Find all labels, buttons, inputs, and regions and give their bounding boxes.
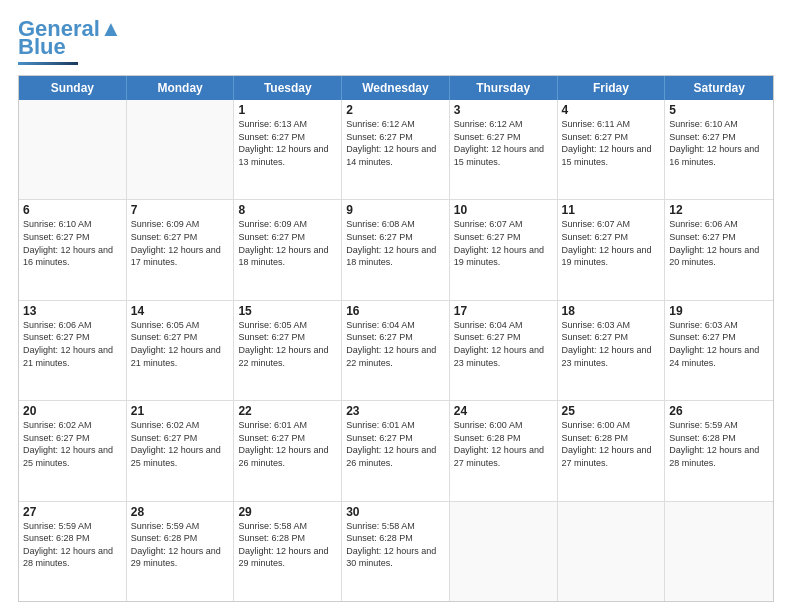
day-number: 10 [454,203,553,217]
calendar-body: 1Sunrise: 6:13 AM Sunset: 6:27 PM Daylig… [19,100,773,601]
day-info: Sunrise: 6:05 AM Sunset: 6:27 PM Dayligh… [238,319,337,369]
calendar-cell: 17Sunrise: 6:04 AM Sunset: 6:27 PM Dayli… [450,301,558,400]
calendar-cell [665,502,773,601]
calendar-cell: 2Sunrise: 6:12 AM Sunset: 6:27 PM Daylig… [342,100,450,199]
day-info: Sunrise: 6:04 AM Sunset: 6:27 PM Dayligh… [346,319,445,369]
day-number: 4 [562,103,661,117]
calendar: SundayMondayTuesdayWednesdayThursdayFrid… [18,75,774,602]
day-number: 2 [346,103,445,117]
header-day-monday: Monday [127,76,235,100]
calendar-cell: 14Sunrise: 6:05 AM Sunset: 6:27 PM Dayli… [127,301,235,400]
calendar-cell: 3Sunrise: 6:12 AM Sunset: 6:27 PM Daylig… [450,100,558,199]
day-info: Sunrise: 6:01 AM Sunset: 6:27 PM Dayligh… [346,419,445,469]
day-info: Sunrise: 5:58 AM Sunset: 6:28 PM Dayligh… [346,520,445,570]
day-info: Sunrise: 6:00 AM Sunset: 6:28 PM Dayligh… [454,419,553,469]
day-info: Sunrise: 6:03 AM Sunset: 6:27 PM Dayligh… [669,319,769,369]
day-number: 26 [669,404,769,418]
page: General▲ Blue SundayMondayTuesdayWednesd… [0,0,792,612]
calendar-cell: 22Sunrise: 6:01 AM Sunset: 6:27 PM Dayli… [234,401,342,500]
day-number: 23 [346,404,445,418]
day-number: 9 [346,203,445,217]
day-number: 29 [238,505,337,519]
calendar-cell: 8Sunrise: 6:09 AM Sunset: 6:27 PM Daylig… [234,200,342,299]
day-info: Sunrise: 6:02 AM Sunset: 6:27 PM Dayligh… [131,419,230,469]
calendar-cell: 18Sunrise: 6:03 AM Sunset: 6:27 PM Dayli… [558,301,666,400]
calendar-week-5: 27Sunrise: 5:59 AM Sunset: 6:28 PM Dayli… [19,501,773,601]
calendar-cell: 5Sunrise: 6:10 AM Sunset: 6:27 PM Daylig… [665,100,773,199]
day-info: Sunrise: 6:03 AM Sunset: 6:27 PM Dayligh… [562,319,661,369]
calendar-cell: 24Sunrise: 6:00 AM Sunset: 6:28 PM Dayli… [450,401,558,500]
day-number: 8 [238,203,337,217]
day-info: Sunrise: 6:12 AM Sunset: 6:27 PM Dayligh… [346,118,445,168]
calendar-cell [19,100,127,199]
calendar-cell: 28Sunrise: 5:59 AM Sunset: 6:28 PM Dayli… [127,502,235,601]
header-day-saturday: Saturday [665,76,773,100]
day-number: 3 [454,103,553,117]
calendar-cell: 27Sunrise: 5:59 AM Sunset: 6:28 PM Dayli… [19,502,127,601]
day-info: Sunrise: 6:11 AM Sunset: 6:27 PM Dayligh… [562,118,661,168]
day-number: 17 [454,304,553,318]
calendar-cell: 7Sunrise: 6:09 AM Sunset: 6:27 PM Daylig… [127,200,235,299]
day-number: 20 [23,404,122,418]
logo-blue-text: Blue [18,34,66,60]
day-number: 18 [562,304,661,318]
day-info: Sunrise: 6:07 AM Sunset: 6:27 PM Dayligh… [562,218,661,268]
day-info: Sunrise: 5:59 AM Sunset: 6:28 PM Dayligh… [669,419,769,469]
calendar-week-3: 13Sunrise: 6:06 AM Sunset: 6:27 PM Dayli… [19,300,773,400]
day-number: 6 [23,203,122,217]
calendar-cell: 13Sunrise: 6:06 AM Sunset: 6:27 PM Dayli… [19,301,127,400]
calendar-cell: 12Sunrise: 6:06 AM Sunset: 6:27 PM Dayli… [665,200,773,299]
day-info: Sunrise: 6:09 AM Sunset: 6:27 PM Dayligh… [238,218,337,268]
day-number: 1 [238,103,337,117]
calendar-cell: 21Sunrise: 6:02 AM Sunset: 6:27 PM Dayli… [127,401,235,500]
logo: General▲ Blue [18,18,122,65]
day-number: 30 [346,505,445,519]
day-info: Sunrise: 6:06 AM Sunset: 6:27 PM Dayligh… [23,319,122,369]
calendar-cell: 26Sunrise: 5:59 AM Sunset: 6:28 PM Dayli… [665,401,773,500]
calendar-cell: 25Sunrise: 6:00 AM Sunset: 6:28 PM Dayli… [558,401,666,500]
calendar-cell: 15Sunrise: 6:05 AM Sunset: 6:27 PM Dayli… [234,301,342,400]
day-number: 7 [131,203,230,217]
calendar-cell: 20Sunrise: 6:02 AM Sunset: 6:27 PM Dayli… [19,401,127,500]
calendar-cell: 6Sunrise: 6:10 AM Sunset: 6:27 PM Daylig… [19,200,127,299]
day-number: 19 [669,304,769,318]
day-info: Sunrise: 5:59 AM Sunset: 6:28 PM Dayligh… [23,520,122,570]
day-info: Sunrise: 6:10 AM Sunset: 6:27 PM Dayligh… [669,118,769,168]
calendar-cell: 16Sunrise: 6:04 AM Sunset: 6:27 PM Dayli… [342,301,450,400]
day-info: Sunrise: 6:12 AM Sunset: 6:27 PM Dayligh… [454,118,553,168]
day-number: 16 [346,304,445,318]
day-info: Sunrise: 6:06 AM Sunset: 6:27 PM Dayligh… [669,218,769,268]
logo-underline [18,62,78,65]
calendar-cell: 11Sunrise: 6:07 AM Sunset: 6:27 PM Dayli… [558,200,666,299]
day-info: Sunrise: 5:59 AM Sunset: 6:28 PM Dayligh… [131,520,230,570]
calendar-cell: 9Sunrise: 6:08 AM Sunset: 6:27 PM Daylig… [342,200,450,299]
day-number: 28 [131,505,230,519]
day-info: Sunrise: 6:02 AM Sunset: 6:27 PM Dayligh… [23,419,122,469]
day-info: Sunrise: 6:01 AM Sunset: 6:27 PM Dayligh… [238,419,337,469]
day-info: Sunrise: 5:58 AM Sunset: 6:28 PM Dayligh… [238,520,337,570]
calendar-cell: 4Sunrise: 6:11 AM Sunset: 6:27 PM Daylig… [558,100,666,199]
header-day-friday: Friday [558,76,666,100]
calendar-cell: 10Sunrise: 6:07 AM Sunset: 6:27 PM Dayli… [450,200,558,299]
day-info: Sunrise: 6:09 AM Sunset: 6:27 PM Dayligh… [131,218,230,268]
header-day-wednesday: Wednesday [342,76,450,100]
calendar-cell: 19Sunrise: 6:03 AM Sunset: 6:27 PM Dayli… [665,301,773,400]
day-number: 24 [454,404,553,418]
calendar-cell [127,100,235,199]
header-day-tuesday: Tuesday [234,76,342,100]
day-number: 22 [238,404,337,418]
day-info: Sunrise: 6:10 AM Sunset: 6:27 PM Dayligh… [23,218,122,268]
day-info: Sunrise: 6:07 AM Sunset: 6:27 PM Dayligh… [454,218,553,268]
header: General▲ Blue [18,18,774,65]
day-info: Sunrise: 6:05 AM Sunset: 6:27 PM Dayligh… [131,319,230,369]
day-number: 27 [23,505,122,519]
calendar-cell: 1Sunrise: 6:13 AM Sunset: 6:27 PM Daylig… [234,100,342,199]
day-info: Sunrise: 6:04 AM Sunset: 6:27 PM Dayligh… [454,319,553,369]
day-number: 13 [23,304,122,318]
calendar-cell: 29Sunrise: 5:58 AM Sunset: 6:28 PM Dayli… [234,502,342,601]
calendar-cell: 23Sunrise: 6:01 AM Sunset: 6:27 PM Dayli… [342,401,450,500]
day-info: Sunrise: 6:00 AM Sunset: 6:28 PM Dayligh… [562,419,661,469]
logo-blue: ▲ [100,16,122,41]
calendar-cell [558,502,666,601]
calendar-cell: 30Sunrise: 5:58 AM Sunset: 6:28 PM Dayli… [342,502,450,601]
